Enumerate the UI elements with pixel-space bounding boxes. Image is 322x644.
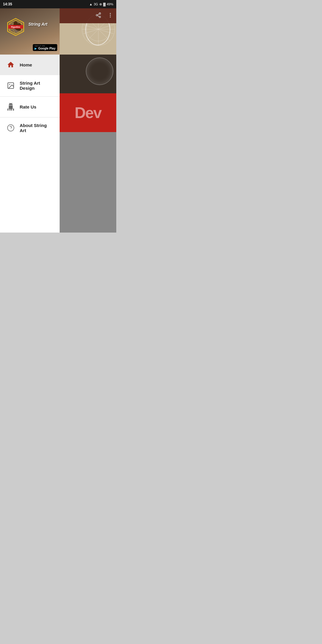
status-time: 14:35 [3,2,12,6]
svg-text:RigariDev: RigariDev [11,26,20,28]
nav-string-art-label: String Art Design [20,80,54,91]
gp-store-name-row: ▶ Google Play [35,47,55,50]
gp-store-label: Google Play [38,47,55,50]
nav-item-rate-us[interactable]: Rate Us [0,97,60,117]
svg-point-14 [110,15,111,16]
app-bar-right [60,8,116,23]
battery-icon: ▓ [103,2,106,6]
app-title: String Art [28,22,47,27]
nav-menu: Home String Art Design Rate Us [0,55,60,233]
svg-point-13 [110,13,111,14]
battery-level: 49% [107,2,113,6]
svg-line-22 [16,30,22,34]
nav-item-home[interactable]: Home [0,55,60,75]
drawer-header: RigariDev String Art GET IT ON ▶ Google … [0,8,60,55]
red-panel-text: Dev [75,104,101,122]
home-icon [6,60,16,69]
svg-line-11 [97,16,99,16]
app-logo: RigariDev [6,17,25,37]
nav-item-about[interactable]: About String Art [0,117,60,139]
google-play-triangle-icon: ▶ [35,47,37,50]
svg-point-30 [9,84,10,85]
svg-point-15 [110,16,111,17]
more-options-icon[interactable] [107,12,113,20]
share-icon[interactable] [95,12,101,20]
android-icon [6,102,16,112]
navigation-drawer: RigariDev String Art GET IT ON ▶ Google … [0,8,60,233]
svg-line-12 [97,14,99,15]
help-icon [6,123,16,133]
signal-icon: ▲ [89,2,92,6]
right-panel-gray-bottom [60,132,116,233]
status-bar: 14:35 ▲ 3G ⊕ ▓ 49% [0,0,116,8]
nav-item-string-art-design[interactable]: String Art Design [0,75,60,96]
google-play-badge[interactable]: GET IT ON ▶ Google Play [33,44,57,51]
right-panel-red: Dev [60,93,116,132]
image-icon [6,81,16,90]
right-panel-dark-mid [60,55,116,93]
nav-rate-us-label: Rate Us [20,104,36,109]
wifi-icon: ⊕ [99,2,102,6]
nav-home-label: Home [20,62,32,67]
nav-about-label: About String Art [20,123,54,133]
network-type: 3G [94,2,98,6]
status-icons: ▲ 3G ⊕ ▓ 49% [89,2,113,6]
